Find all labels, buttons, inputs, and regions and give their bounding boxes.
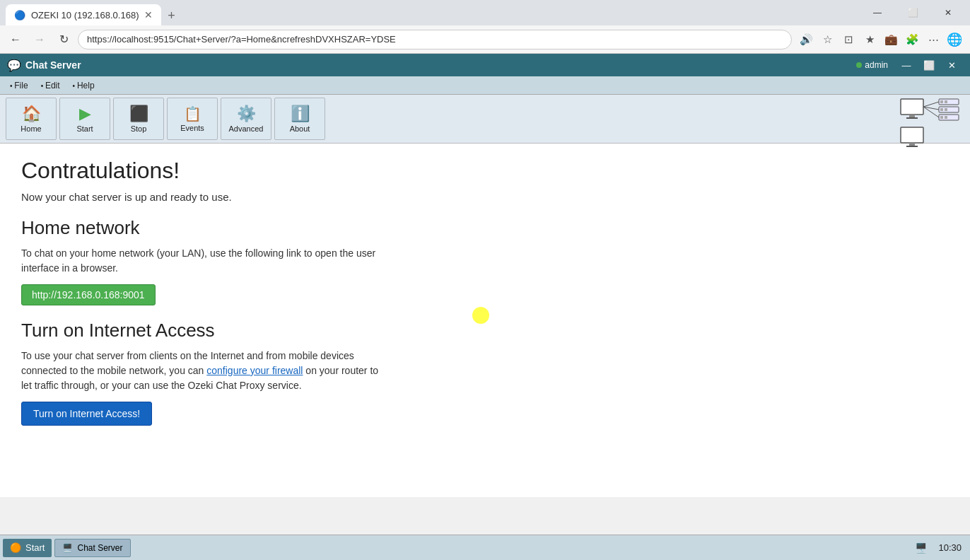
address-bar[interactable]: https://localhost:9515/Chat+Server/?a=Ho… [78,30,792,49]
app-maximize-btn[interactable]: ⬜ [918,57,940,74]
edge-profile-btn[interactable]: 🌐 [945,30,964,49]
start-label: Start [76,124,93,133]
network-graphic [899,98,963,150]
home-icon: 🏠 [22,105,41,123]
tab-favicon: 🔵 [14,10,25,21]
internet-access-text-1: To use your chat server from clients on … [21,350,354,376]
admin-badge: admin [856,60,888,70]
toolbar-home-btn[interactable]: 🏠 Home [6,98,57,140]
wallet-btn[interactable]: 💼 [881,30,901,49]
read-aloud-btn[interactable]: 🔊 [796,30,816,49]
home-label: Home [21,124,41,133]
app-icon: 💬 [7,59,21,72]
svg-rect-10 [940,116,943,119]
toolbar-advanced-btn[interactable]: ⚙️ Advanced [221,98,271,140]
tab-close-btn[interactable]: ✕ [144,9,153,21]
svg-rect-16 [909,143,915,146]
configure-firewall-link[interactable]: configure your firewall [206,365,303,376]
browser-minimize-btn[interactable]: — [861,1,894,24]
internet-access-btn[interactable]: Turn on Internet Access! [21,402,152,426]
browser-titlebar: 🔵 OZEKI 10 (192.168.0.168) ✕ + — ⬜ ✕ [0,0,970,25]
svg-line-12 [923,102,939,107]
extensions-btn[interactable]: 🧩 [902,30,922,49]
congratulations-title: Contratulations! [21,158,949,184]
svg-rect-17 [906,146,918,147]
stop-label: Stop [131,124,147,133]
bookmark-btn[interactable]: ☆ [817,30,837,49]
svg-rect-7 [940,108,943,111]
menu-file[interactable]: File [4,79,34,92]
stop-icon: ⬛ [129,105,148,123]
home-network-link[interactable]: http://192.168.0.168:9001 [21,284,156,305]
start-icon: 🟠 [10,542,21,553]
browser-maximize-btn[interactable]: ⬜ [896,1,929,24]
browser-toolbar: ← → ↻ https://localhost:9515/Chat+Server… [0,25,970,54]
internet-access-text: To use your chat server from clients on … [21,349,389,393]
admin-label: admin [865,60,888,70]
taskbar-start-btn[interactable]: 🟠 Start [3,539,52,557]
svg-rect-5 [945,100,947,103]
internet-access-title: Turn on Internet Access [21,320,949,342]
taskbar-app-btn[interactable]: 🖥️ Chat Server [54,539,130,557]
forward-btn[interactable]: → [30,30,49,49]
app-menubar: File Edit Help [0,76,970,95]
events-label: Events [180,124,204,132]
taskbar-start-label: Start [25,542,45,553]
toolbar-about-btn[interactable]: ℹ️ About [274,98,325,140]
app-minimize-btn[interactable]: — [895,57,918,74]
congratulations-subtitle: Now your chat server is up and ready to … [21,191,949,203]
app-window-controls: — ⬜ ✕ [895,57,963,74]
tab-title: OZEKI 10 (192.168.0.168) [31,10,139,21]
app-toolbar: 🏠 Home ▶ Start ⬛ Stop 📋 Events ⚙️ Advanc… [0,95,970,144]
taskbar-app-label: Chat Server [77,543,122,553]
toolbar-start-btn[interactable]: ▶ Start [59,98,110,140]
advanced-label: Advanced [229,124,264,133]
taskbar-network-icon: 🖥️ [912,542,930,554]
more-btn[interactable]: ⋯ [923,30,943,49]
taskbar: 🟠 Start 🖥️ Chat Server 🖥️ 10:30 [0,535,970,560]
advanced-icon: ⚙️ [237,105,256,123]
main-content: Contratulations! Now your chat server is… [0,144,970,497]
svg-rect-15 [901,127,923,143]
new-tab-btn[interactable]: + [161,6,181,25]
toolbar-events-btn[interactable]: 📋 Events [167,98,218,140]
split-view-btn[interactable]: ⊡ [838,30,858,49]
app-titlebar: 💬 Chat Server admin — ⬜ ✕ [0,54,970,76]
browser-close-btn[interactable]: ✕ [932,1,964,24]
taskbar-app-icon: 🖥️ [62,543,73,553]
svg-rect-1 [909,115,915,117]
browser-tabs: 🔵 OZEKI 10 (192.168.0.168) ✕ + [6,0,855,25]
home-network-text: To chat on your home network (your LAN),… [21,246,389,276]
menu-edit[interactable]: Edit [35,79,66,92]
app-title: Chat Server [25,59,856,71]
admin-status-dot [856,62,862,68]
browser-chrome: 🔵 OZEKI 10 (192.168.0.168) ✕ + — ⬜ ✕ ← →… [0,0,970,54]
about-icon: ℹ️ [291,105,310,123]
back-btn[interactable]: ← [6,30,25,49]
url-text: https://localhost:9515/Chat+Server/?a=Ho… [87,34,396,45]
app-close-btn[interactable]: ✕ [940,57,963,74]
browser-window-controls: — ⬜ ✕ [861,1,964,24]
svg-rect-0 [901,99,923,115]
start-icon: ▶ [79,105,91,123]
toolbar-stop-btn[interactable]: ⬛ Stop [113,98,164,140]
reload-btn[interactable]: ↻ [54,30,74,49]
active-tab[interactable]: 🔵 OZEKI 10 (192.168.0.168) ✕ [6,4,161,25]
home-network-title: Home network [21,217,949,239]
svg-rect-11 [945,116,947,119]
svg-rect-4 [940,100,943,103]
browser-toolbar-icons: 🔊 ☆ ⊡ ★ 💼 🧩 ⋯ 🌐 [796,30,964,49]
svg-rect-8 [945,108,947,111]
events-icon: 📋 [184,105,201,122]
app-window: 💬 Chat Server admin — ⬜ ✕ File Edit Help… [0,54,970,497]
taskbar-clock: 10:30 [933,542,967,553]
about-label: About [290,124,310,133]
svg-rect-2 [906,117,918,119]
favorites-btn[interactable]: ★ [860,30,880,49]
menu-help[interactable]: Help [67,79,100,92]
